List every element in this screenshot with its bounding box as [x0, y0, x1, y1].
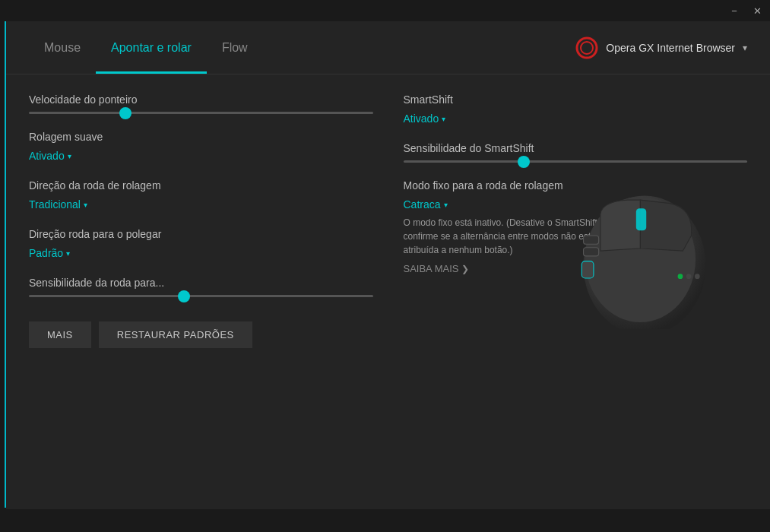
velocity-slider-thumb[interactable] [119, 107, 132, 119]
velocity-slider-container [29, 112, 373, 114]
smartshift-sensitivity-label: Sensibilidade do SmartShift [404, 142, 748, 154]
tab-mouse[interactable]: Mouse [29, 21, 96, 74]
thumb-sensitivity-slider-container [29, 295, 373, 297]
scroll-direction-value[interactable]: Tradicional ▾ [29, 198, 87, 211]
scroll-direction-arrow: ▾ [84, 201, 87, 209]
smartshift-value[interactable]: Ativado ▾ [404, 112, 446, 125]
svg-point-1 [581, 42, 593, 54]
scroll-direction-section: Direção da roda de rolagem Tradicional ▾ [29, 179, 373, 211]
left-column: Velocidade do ponteiro Rolagem suave Ati… [29, 93, 373, 314]
svg-rect-4 [636, 208, 646, 230]
thumb-sensitivity-section: Sensibilidade da roda para... [29, 277, 373, 297]
nav-right: Opera GX Internet Browser ▾ [575, 21, 747, 74]
thumb-direction-value[interactable]: Padrão ▾ [29, 247, 70, 259]
svg-point-10 [695, 274, 700, 279]
smartshift-sensitivity-section: Sensibilidade do SmartShift [404, 142, 748, 163]
thumb-sensitivity-label: Sensibilidade da roda para... [29, 277, 373, 289]
mouse-image [534, 181, 755, 333]
smartshift-sensitivity-slider-track [404, 160, 748, 163]
svg-point-8 [678, 274, 683, 279]
thumb-sensitivity-slider-thumb[interactable] [178, 290, 190, 302]
smooth-scroll-section: Rolagem suave Ativado ▾ [29, 131, 373, 163]
svg-rect-5 [584, 236, 599, 244]
smartshift-sensitivity-slider-thumb[interactable] [518, 156, 530, 168]
smartshift-label: SmartShift [404, 93, 748, 106]
tab-apontar[interactable]: Apontar e rolar [96, 21, 207, 74]
nav-bar: Mouse Apontar e rolar Flow Opera GX Inte… [6, 21, 770, 74]
smartshift-arrow: ▾ [442, 115, 445, 123]
velocity-section: Velocidade do ponteiro [29, 93, 373, 114]
more-button[interactable]: MAIS [29, 321, 91, 348]
learn-more-arrow: ❯ [461, 264, 469, 274]
app-name: Opera GX Internet Browser [606, 42, 735, 54]
velocity-label: Velocidade do ponteiro [29, 93, 373, 106]
scroll-direction-label: Direção da roda de rolagem [29, 179, 373, 192]
thumb-sensitivity-slider-track [29, 295, 373, 297]
close-button[interactable]: ✕ [750, 5, 764, 17]
svg-rect-6 [584, 248, 599, 256]
svg-point-9 [686, 274, 692, 279]
smooth-scroll-label: Rolagem suave [29, 131, 373, 143]
smooth-scroll-value[interactable]: Ativado ▾ [29, 150, 71, 162]
minimize-button[interactable]: − [727, 5, 741, 17]
app-dropdown-arrow[interactable]: ▾ [743, 43, 747, 53]
main-container: Mouse Apontar e rolar Flow Opera GX Inte… [6, 21, 770, 509]
svg-rect-7 [581, 261, 594, 278]
restore-defaults-button[interactable]: RESTAURAR PADRÕES [99, 321, 252, 348]
tab-flow[interactable]: Flow [207, 21, 263, 74]
smartshift-section: SmartShift Ativado ▾ [404, 93, 748, 125]
sidebar-accent [0, 21, 6, 508]
velocity-slider-track [29, 112, 373, 114]
thumb-direction-section: Direção roda para o polegar Padrão ▾ [29, 228, 373, 260]
fixed-mode-arrow: ▾ [444, 201, 448, 209]
fixed-mode-value[interactable]: Catraca ▾ [404, 198, 448, 211]
thumb-direction-label: Direção roda para o polegar [29, 228, 373, 240]
learn-more-link[interactable]: SAIBA MAIS ❯ [404, 263, 470, 274]
smartshift-sensitivity-slider-container [404, 160, 748, 163]
smooth-scroll-arrow: ▾ [68, 152, 71, 160]
svg-point-0 [577, 38, 597, 58]
opera-icon [575, 36, 598, 59]
title-bar: − ✕ [0, 0, 770, 21]
mouse-svg [546, 185, 743, 329]
thumb-direction-arrow: ▾ [66, 249, 70, 258]
